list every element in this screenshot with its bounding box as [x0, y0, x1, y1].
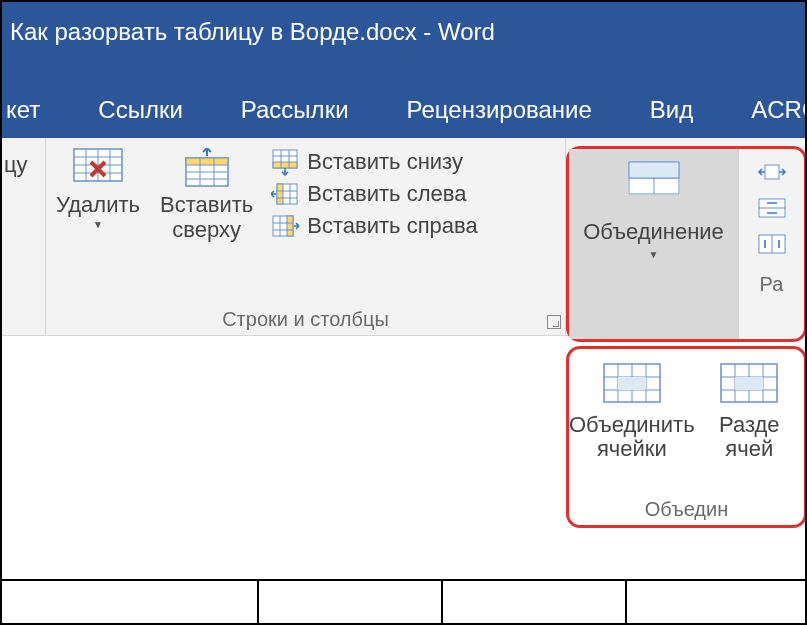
split-cells-button[interactable]: Разде ячей [695, 349, 804, 498]
table-cell[interactable] [2, 581, 259, 623]
svg-rect-32 [765, 165, 779, 179]
delete-button[interactable]: Удалить ▼ [46, 144, 150, 230]
tab-mailings[interactable]: Рассылки [221, 96, 369, 124]
merge-dropdown-icon [628, 161, 680, 195]
ribbon-tabs: кет Ссылки Рассылки Рецензирование Вид A… [2, 62, 805, 138]
insert-left-button[interactable]: Вставить слева [263, 178, 485, 210]
insert-above-button[interactable]: Вставить сверху [150, 144, 263, 243]
merge-dropdown-popup: Объединить ячейки Разде ячей Объедин [566, 346, 807, 528]
insert-right-icon [271, 212, 299, 240]
merge-cells-icon [603, 363, 661, 403]
table-cell[interactable] [443, 581, 627, 623]
table-cell[interactable] [627, 581, 807, 623]
merge-group-highlight: Объединение ▼ Ра [566, 146, 807, 342]
tab-review[interactable]: Рецензирование [387, 96, 612, 124]
svg-rect-51 [735, 377, 749, 390]
distribute-cols-icon [757, 233, 787, 255]
split-cells-icon [720, 363, 778, 403]
ribbon-group-rows-columns: Удалить ▼ Вставить сверху [46, 138, 566, 335]
tab-references[interactable]: Ссылки [78, 96, 203, 124]
insert-right-button[interactable]: Вставить справа [263, 210, 485, 242]
group-label-rows-columns: Строки и столбцы [46, 308, 565, 331]
insert-left-icon [271, 180, 299, 208]
popup-group-label: Объедин [569, 498, 804, 525]
dropdown-arrow-icon: ▼ [649, 249, 659, 260]
tab-acrobat[interactable]: ACROBAT [731, 96, 807, 124]
title-bar: Как разорвать таблицу в Ворде.docx - Wor… [2, 2, 805, 62]
svg-rect-19 [277, 184, 283, 204]
svg-rect-24 [287, 216, 293, 236]
merge-cells-button[interactable]: Объединить ячейки [569, 349, 695, 498]
tab-view[interactable]: Вид [630, 96, 713, 124]
dropdown-arrow-icon: ▼ [93, 219, 103, 230]
svg-rect-52 [749, 377, 763, 390]
cell-size-partial: Ра [739, 149, 804, 339]
dialog-launcher-icon[interactable] [547, 315, 561, 329]
merge-dropdown-button[interactable]: Объединение ▼ [569, 149, 739, 339]
distribute-rows-icon [757, 197, 787, 219]
insert-below-button[interactable]: Вставить снизу [263, 146, 485, 178]
partial-button[interactable]: цу [2, 144, 30, 181]
delete-table-icon [73, 148, 123, 188]
svg-rect-31 [629, 162, 679, 178]
insert-above-icon [182, 148, 232, 188]
svg-rect-44 [618, 377, 646, 390]
svg-rect-8 [186, 158, 228, 165]
document-table[interactable] [2, 579, 807, 623]
svg-rect-14 [273, 162, 297, 168]
ribbon-group-partial: цу [2, 138, 46, 335]
insert-below-icon [271, 148, 299, 176]
table-cell[interactable] [259, 581, 443, 623]
autofit-icon [757, 161, 787, 183]
tab-layout[interactable]: кет [2, 96, 60, 124]
document-title: Как разорвать таблицу в Ворде.docx - Wor… [10, 18, 495, 46]
